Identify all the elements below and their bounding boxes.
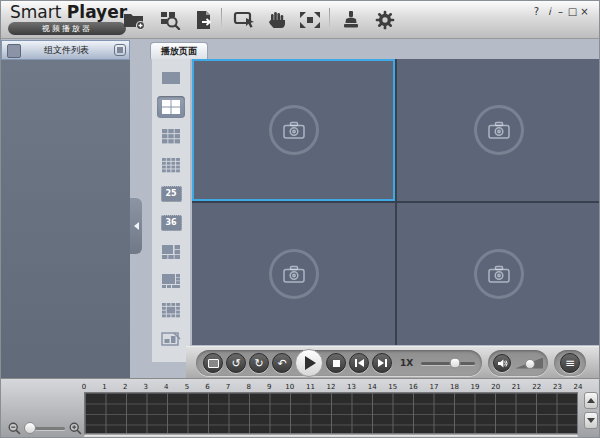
export-file-icon [193, 10, 215, 30]
hour-label-15: 15 [388, 383, 397, 391]
down-arrow-icon [587, 418, 595, 423]
hour-label-18: 18 [450, 383, 459, 391]
split-36-button[interactable]: 36 [157, 212, 185, 234]
play-button[interactable] [295, 349, 323, 377]
timeline-panel: 0123456789101112131415161718192021222324 [0, 378, 600, 438]
hour-label-11: 11 [306, 383, 315, 391]
camera-ring [269, 249, 319, 299]
hour-label-19: 19 [471, 383, 480, 391]
speed-slider[interactable] [421, 362, 475, 365]
sliders-icon: ≡ [565, 357, 575, 369]
info-button[interactable]: i [544, 6, 555, 18]
rewind-icon: ↺ [231, 358, 240, 369]
split-4-button[interactable] [157, 96, 185, 118]
split-16-button[interactable] [157, 154, 185, 176]
speed-slider-thumb[interactable] [449, 358, 460, 369]
timeline-scroll-up-button[interactable] [584, 392, 598, 409]
hour-label-10: 10 [285, 383, 294, 391]
mute-button[interactable] [493, 354, 511, 372]
playback-control-bar: ↺ ↻ ↶ 1X ≡ [186, 346, 600, 379]
tab-playback-page[interactable]: 播放页面 [150, 42, 208, 59]
split-9-button[interactable] [157, 125, 185, 147]
camera-ring [269, 105, 319, 155]
timeline-grid[interactable] [84, 392, 578, 434]
camera-placeholder-icon [282, 265, 306, 284]
group-list-checkbox[interactable] [7, 44, 21, 58]
minimize-button[interactable]: – [555, 6, 566, 18]
close-button[interactable]: × [579, 6, 590, 18]
speaker-icon [497, 358, 508, 369]
region-select-button[interactable] [231, 8, 259, 32]
fullscreen-button[interactable] [296, 8, 324, 32]
split-6-button[interactable] [157, 241, 185, 263]
hour-label-13: 13 [347, 383, 356, 391]
stop-all-button[interactable] [114, 44, 126, 56]
hour-label-3: 3 [144, 383, 148, 391]
open-folder-add-button[interactable] [120, 8, 148, 32]
sidebar-collapse-handle[interactable] [130, 198, 142, 254]
group-file-list-header: 组文件列表 [1, 40, 130, 60]
split-36-icon: 36 [161, 215, 182, 231]
hour-label-12: 12 [327, 383, 336, 391]
volume-slider[interactable] [515, 358, 543, 369]
app-title: Smart Player [10, 3, 127, 21]
maximize-button[interactable]: □ [567, 6, 578, 18]
hand-pan-icon [267, 10, 287, 30]
hour-label-14: 14 [368, 383, 377, 391]
split-25-button[interactable]: 25 [157, 183, 185, 205]
timeline-zoom-thumb[interactable] [24, 422, 36, 434]
stop-button[interactable] [326, 353, 346, 373]
watermark-stamp-button[interactable] [337, 8, 365, 32]
hour-label-6: 6 [205, 383, 209, 391]
hour-label-23: 23 [553, 383, 562, 391]
settings-gear-icon [374, 9, 396, 31]
timeline-zoom-control [8, 420, 82, 436]
camera-ring [474, 249, 524, 299]
hour-label-9: 9 [267, 383, 271, 391]
video-panel-2[interactable] [397, 59, 600, 201]
hour-label-0: 0 [82, 383, 86, 391]
settings-button[interactable] [371, 8, 399, 32]
prev-frame-icon [355, 359, 357, 367]
video-panel-1[interactable] [192, 59, 395, 201]
timeline-scroll-down-button[interactable] [584, 412, 598, 429]
prev-frame-button[interactable] [349, 353, 369, 373]
export-file-button[interactable] [190, 8, 218, 32]
hour-label-2: 2 [123, 383, 127, 391]
group-file-list-title: 组文件列表 [2, 44, 131, 57]
stop-square-icon [117, 47, 123, 53]
split-13-button[interactable] [157, 299, 185, 321]
group-file-list-panel[interactable] [1, 60, 130, 378]
hour-label-16: 16 [409, 383, 418, 391]
video-panel-4[interactable] [397, 203, 600, 345]
split-8-button[interactable] [157, 270, 185, 292]
rewind-button[interactable]: ↺ [226, 353, 246, 373]
smart-search-icon [159, 10, 183, 30]
hour-label-24: 24 [574, 383, 583, 391]
hour-label-17: 17 [429, 383, 438, 391]
zoom-in-icon[interactable] [69, 422, 82, 435]
previous-file-button[interactable]: ↶ [272, 353, 292, 373]
loop-playback-button[interactable]: ↻ [249, 353, 269, 373]
play-settings-button[interactable]: ≡ [560, 353, 580, 373]
hour-label-4: 4 [164, 383, 168, 391]
title-bar: Smart Player 视频播放器 [0, 0, 600, 39]
display-mode-button[interactable] [203, 353, 223, 373]
help-button[interactable]: ? [531, 6, 542, 18]
video-panel-3[interactable] [192, 203, 395, 345]
stop-icon [333, 360, 340, 367]
smart-search-button[interactable] [157, 8, 185, 32]
volume-slider-thumb[interactable] [525, 359, 535, 369]
hand-pan-button[interactable] [263, 8, 291, 32]
loop-icon: ↻ [254, 358, 263, 369]
split-25-icon: 25 [161, 186, 182, 202]
split-1-button[interactable] [157, 67, 185, 89]
hour-label-5: 5 [185, 383, 189, 391]
hour-label-7: 7 [226, 383, 230, 391]
zoom-out-icon[interactable] [8, 422, 21, 435]
watermark-stamp-icon [341, 10, 361, 30]
split-custom-button[interactable] [157, 328, 185, 350]
next-frame-button[interactable] [372, 353, 392, 373]
timeline-zoom-slider[interactable] [25, 427, 65, 430]
hour-label-1: 1 [102, 383, 106, 391]
